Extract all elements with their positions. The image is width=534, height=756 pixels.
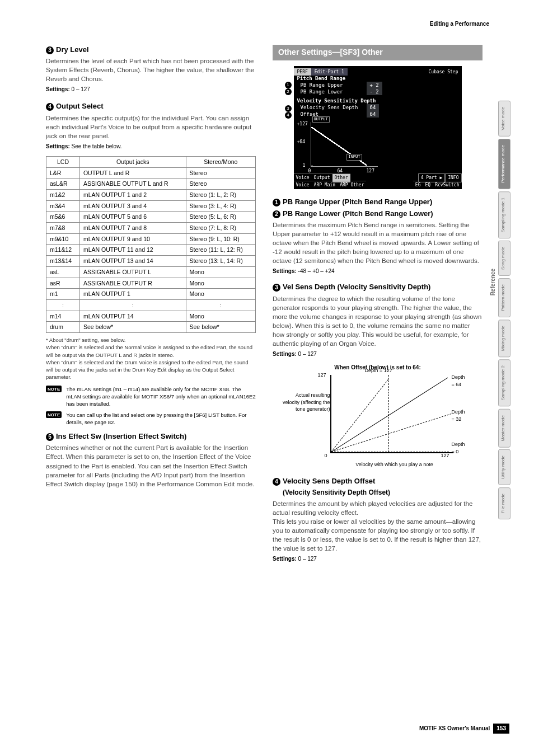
table-cell: asL — [46, 266, 80, 278]
table-cell: Mono — [186, 266, 255, 278]
callout-1-icon: 1 — [285, 82, 292, 88]
table-cell: mLAN OUTPUT 11 and 12 — [79, 245, 186, 256]
side-tab[interactable]: Song mode — [498, 241, 510, 276]
circle-3-icon: 3 — [273, 284, 280, 292]
table-cell: mLAN OUTPUT 3 and 4 — [79, 200, 186, 212]
side-tab[interactable]: Mixing mode — [498, 320, 510, 357]
ss-pb-lower-label: PB Range Lower — [301, 88, 343, 96]
pb-lower-heading: 2PB Range Lower (Pitch Bend Range Lower) — [273, 209, 483, 219]
side-tab[interactable]: Sampling mode 2 — [498, 359, 510, 406]
table-cell: asR — [46, 278, 80, 289]
table-cell: asL&R — [46, 179, 80, 190]
ss-vsd-val: 64 — [367, 104, 380, 111]
ss-tab2-eg: EG — [413, 181, 423, 189]
ss-output-box: OUTPUT — [312, 116, 330, 123]
table-header: Output jacks — [79, 156, 186, 167]
side-tab[interactable]: Voice mode — [498, 101, 510, 137]
table-cell: mLAN OUTPUT 1 and 2 — [79, 190, 186, 201]
chart-y127: 127 — [318, 372, 326, 379]
table-cell: Stereo (3: L, 4: R) — [186, 200, 255, 212]
table-row: asRASSIGNABLE OUTPUT RMono — [46, 278, 256, 289]
ss-x127: 127 — [367, 168, 374, 174]
chart-d32: Depth = 32 — [452, 408, 465, 422]
table-cell: L&R — [46, 167, 80, 179]
side-tab[interactable]: Utility mode — [498, 449, 510, 485]
table-cell: Stereo (1: L, 2: R) — [186, 190, 255, 201]
table-cell: ASSIGNABLE OUTPUT L and R — [79, 179, 186, 190]
ss-tab2-arpother: ARP Other — [338, 181, 366, 189]
note-2: NOTE You can call up the list and select… — [46, 411, 256, 426]
circle-3-icon: 3 — [46, 46, 54, 54]
table-cell: m5&6 — [46, 212, 80, 223]
side-tab[interactable]: File mode — [498, 487, 510, 519]
table-row: asL&RASSIGNABLE OUTPUT L and RStereo — [46, 179, 256, 190]
vsd-heading: 3Vel Sens Depth (Velocity Sensitivity De… — [273, 282, 483, 292]
circle-4-icon: 4 — [46, 103, 54, 111]
chart-y0: 0 — [325, 452, 327, 459]
table-row: asLASSIGNABLE OUTPUT LMono — [46, 266, 256, 278]
table-row: m5&6mLAN OUTPUT 5 and 6Stereo (5: L, 6: … — [46, 212, 256, 223]
pb-upper-heading: 1PB Range Upper (Pitch Bend Range Upper) — [273, 197, 483, 207]
circle-4-icon: 4 — [273, 478, 280, 486]
table-row: m7&8mLAN OUTPUT 7 and 8Stereo (7: L, 8: … — [46, 223, 256, 234]
table-header: LCD — [46, 156, 80, 167]
table-row: L&ROUTPUT L and RStereo — [46, 167, 256, 179]
chart-ylabel: Actual resulting velocity (affecting the… — [280, 392, 330, 413]
table-cell: mLAN OUTPUT 14 — [79, 311, 186, 322]
chart-d127: Depth = 127 — [365, 367, 392, 374]
table-cell: m13&14 — [46, 256, 80, 267]
output-footnote: * About "drum" setting, see below. When … — [46, 336, 256, 381]
table-cell: See below* — [186, 322, 255, 333]
chart-d0: Depth = 0 — [452, 441, 465, 455]
output-select-title: Output Select — [56, 102, 104, 110]
table-row: m11&12mLAN OUTPUT 11 and 12Stereo (11: L… — [46, 245, 256, 256]
chart-xlabel: Velocity with which you play a note — [319, 461, 470, 468]
table-cell: m14 — [46, 311, 80, 322]
table-cell: Mono — [186, 289, 255, 300]
table-cell: Stereo (11: L, 12: R) — [186, 245, 255, 256]
other-settings-bar: Other Settings—[SF3] Other — [273, 45, 483, 60]
table-cell: m11&12 — [46, 245, 80, 256]
ss-pb-upper-label: PB Range Upper — [301, 82, 343, 89]
output-select-settings: Settings: See the table below. — [46, 143, 256, 151]
output-select-heading: 4Output Select — [46, 101, 256, 111]
ss-tab2-eq: EQ — [423, 181, 433, 189]
ss-tab2-rcv: RcvSwitch — [433, 181, 461, 189]
callout-3-icon: 3 — [285, 105, 292, 112]
table-cell: mLAN OUTPUT 13 and 14 — [79, 256, 186, 267]
circle-5-icon: 5 — [46, 433, 54, 441]
side-tab[interactable]: Performance mode — [498, 139, 510, 189]
table-cell: Mono — [186, 311, 255, 322]
ins-effect-heading: 5Ins Effect Sw (Insertion Effect Switch) — [46, 431, 256, 442]
ss-x0: 0 — [308, 168, 311, 174]
ss-cubase: Cubase Step — [425, 68, 462, 76]
pb-body: Determines the maximum Pitch Bend range … — [273, 220, 483, 265]
ss-y127: +127 — [297, 121, 308, 127]
table-cell: Stereo (9: L, 10: R) — [186, 233, 255, 245]
note-icon: NOTE — [46, 411, 62, 418]
table-row: ::: — [46, 299, 256, 311]
side-reference-label: Reference — [489, 269, 497, 295]
ss-sec-vel: Velocity Sensitivity Depth — [297, 97, 376, 105]
table-cell: mLAN OUTPUT 1 — [79, 289, 186, 300]
vsd-settings: Settings: 0 – 127 — [273, 350, 483, 358]
side-tab[interactable]: Pattern mode — [498, 278, 510, 317]
table-cell: : — [46, 299, 80, 311]
chart-x127: 127 — [441, 452, 449, 459]
table-cell: Stereo — [186, 167, 255, 179]
header-breadcrumb: Editing a Performance — [430, 20, 489, 28]
table-cell: drum — [46, 322, 80, 333]
ss-tab2-arpmain: ARP Main — [312, 181, 338, 189]
ss-sec-pitch: Pitch Bend Range — [297, 75, 346, 82]
ins-effect-title: Ins Effect Sw (Insertion Effect Switch) — [56, 432, 186, 440]
table-cell: m9&10 — [46, 233, 80, 245]
table-row: m14mLAN OUTPUT 14Mono — [46, 311, 256, 322]
chart-d64: Depth = 64 — [452, 374, 465, 388]
table-cell: Stereo (13: L, 14: R) — [186, 256, 255, 267]
vsdo-subtitle: (Velocity Sensitivity Depth Offset) — [283, 488, 483, 497]
table-cell: : — [79, 299, 186, 311]
side-tab[interactable]: Master mode — [498, 409, 510, 448]
ss-offset-val: 64 — [367, 111, 380, 118]
side-tab[interactable]: Sampling mode 1 — [498, 191, 510, 238]
table-cell: Stereo (5: L, 6: R) — [186, 212, 255, 223]
